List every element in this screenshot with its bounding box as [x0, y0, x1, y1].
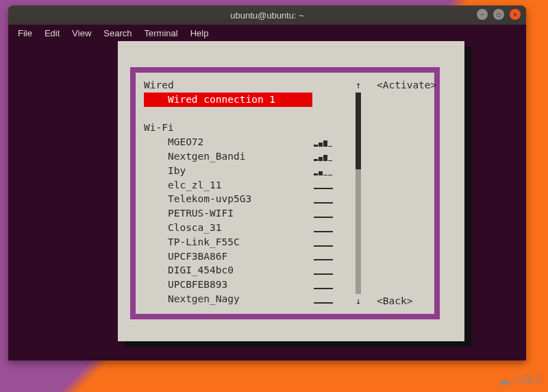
- wifi-item-0[interactable]: MGEO72: [144, 135, 312, 149]
- window-title: ubuntu@ubuntu: ~: [230, 10, 304, 21]
- wifi-item-7[interactable]: TP-Link_F55C: [144, 235, 312, 249]
- back-button[interactable]: <Back>: [377, 294, 412, 308]
- menu-edit[interactable]: Edit: [39, 26, 65, 40]
- signal-icon: [314, 192, 349, 206]
- wifi-item-6[interactable]: Closca_31: [144, 221, 312, 235]
- wifi-item-11[interactable]: Nextgen_Nagy: [144, 292, 312, 306]
- watermark-text: 亿速云: [514, 373, 543, 386]
- wifi-item-10[interactable]: UPCBFEB893: [144, 278, 312, 292]
- wired-item-1[interactable]: Wired connection 1: [144, 93, 312, 107]
- menu-view[interactable]: View: [66, 26, 97, 40]
- wifi-item-9[interactable]: DIGI_454bc0: [144, 263, 312, 278]
- watermark: ☁ 亿速云: [497, 371, 543, 388]
- action-buttons: <Activate> <Back>: [377, 78, 434, 308]
- signal-icon: [314, 263, 349, 278]
- wifi-item-3[interactable]: elc_zl_11: [144, 178, 312, 193]
- wired-header: Wired: [144, 78, 312, 93]
- connection-list[interactable]: Wired Wired connection 1 Wi-Fi MGEO72 Ne…: [144, 78, 312, 308]
- scroll-track[interactable]: [356, 93, 361, 294]
- cloud-icon: ☁: [497, 371, 511, 388]
- signal-blank: [314, 93, 349, 107]
- signal-icon: [314, 221, 349, 235]
- scrollbar[interactable]: ↑ ↓: [352, 78, 364, 308]
- activate-button[interactable]: <Activate>: [377, 78, 436, 93]
- spacer-row: [144, 107, 312, 121]
- signal-icon: [314, 206, 349, 221]
- wifi-item-5[interactable]: PETRUS-WIFI: [144, 206, 312, 221]
- signal-blank: [314, 107, 349, 121]
- signal-icon: [314, 278, 349, 292]
- signal-icon: [314, 178, 349, 193]
- scroll-thumb[interactable]: [356, 93, 361, 169]
- signal-icon: [314, 149, 349, 164]
- terminal-content: Wired Wired connection 1 Wi-Fi MGEO72 Ne…: [14, 41, 521, 360]
- signal-icon: [314, 249, 349, 264]
- menu-terminal[interactable]: Terminal: [139, 26, 184, 40]
- wifi-header: Wi-Fi: [144, 121, 312, 135]
- nmtui-dialog: Wired Wired connection 1 Wi-Fi MGEO72 Ne…: [118, 41, 464, 341]
- wifi-item-2[interactable]: Iby: [144, 164, 312, 178]
- scroll-down-icon[interactable]: ↓: [356, 294, 361, 308]
- menu-search[interactable]: Search: [98, 26, 137, 40]
- terminal-window: ubuntu@ubuntu: ~ – ▢ ✕ File Edit View Se…: [8, 5, 526, 360]
- titlebar: ubuntu@ubuntu: ~ – ▢ ✕: [8, 5, 526, 25]
- close-button[interactable]: ✕: [510, 9, 521, 20]
- connection-list-frame: Wired Wired connection 1 Wi-Fi MGEO72 Ne…: [130, 67, 440, 319]
- scroll-up-icon[interactable]: ↑: [356, 78, 361, 93]
- signal-icon: [314, 292, 349, 306]
- maximize-button[interactable]: ▢: [493, 9, 504, 20]
- signal-blank: [314, 121, 349, 135]
- minimize-button[interactable]: –: [477, 9, 488, 20]
- signal-icon: [314, 164, 349, 178]
- signal-icon: [314, 135, 349, 149]
- menubar: File Edit View Search Terminal Help: [8, 25, 526, 41]
- wifi-item-1[interactable]: Nextgen_Bandi: [144, 149, 312, 164]
- signal-icon: [314, 235, 349, 249]
- menu-help[interactable]: Help: [185, 26, 214, 40]
- window-controls: – ▢ ✕: [477, 9, 521, 20]
- signal-blank: [314, 78, 349, 93]
- signal-strength-column: [314, 78, 349, 308]
- wifi-item-8[interactable]: UPCF3BA86F: [144, 249, 312, 264]
- wifi-item-4[interactable]: Telekom-uvp5G3: [144, 192, 312, 206]
- menu-file[interactable]: File: [12, 26, 38, 40]
